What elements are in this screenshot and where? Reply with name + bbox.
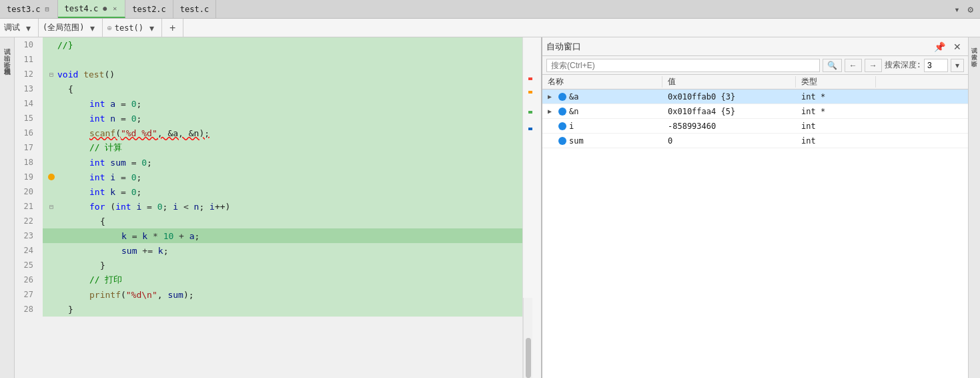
nav-forward-btn[interactable]: → [865, 59, 882, 72]
watch-row-amp-n[interactable]: ▶ &n 0x010ffaa4 {5} int * [542, 104, 968, 119]
depth-dropdown-btn[interactable]: ▾ [951, 59, 964, 72]
code-line-27[interactable]: printf("%d\n", sum); [43, 287, 522, 302]
sidebar-callstack-icon[interactable]: 调用堆栈 [1, 60, 13, 65]
search-depth-label: 搜索深度: [885, 59, 921, 71]
code-line-20[interactable]: int k = 0; [43, 184, 522, 199]
mm-warn [528, 91, 532, 93]
code-content[interactable]: //} ⊟ void test () { [43, 37, 522, 378]
code-line-26[interactable]: // 打印 [43, 272, 522, 287]
sidebar-diag-icon[interactable]: 诊断 [1, 53, 13, 59]
line-num-28: 28 [15, 302, 37, 317]
editor-toolbar: 调试 ▾ (全局范围) ▾ ⊕ test() ▾ + [0, 19, 980, 37]
editor-panel: 10 11 12 13 14 15 16 17 18 19 20 21 22 2… [15, 37, 541, 378]
code-line-17[interactable]: // 计算 [43, 140, 522, 155]
expand-arrow-amp-n[interactable]: ▶ [548, 108, 556, 115]
code-line-18[interactable]: int sum = 0; [43, 155, 522, 170]
watch-cell-amp-n-val: 0x010ffaa4 {5} [662, 107, 796, 116]
expand-arrow-amp-a[interactable]: ▶ [548, 93, 556, 100]
mm-cursor [528, 128, 532, 130]
code-line-21[interactable]: ⊟ for (int i = 0; i < n; i++) [43, 199, 522, 214]
watch-pin-btn[interactable]: 📌 [931, 41, 948, 53]
watch-cell-sum-type: int [796, 136, 876, 146]
nav-back-btn[interactable]: ← [845, 59, 862, 72]
watch-cell-sum-val: 0 [662, 136, 796, 146]
line-numbers: 10 11 12 13 14 15 16 17 18 19 20 21 22 2… [15, 37, 43, 378]
fold-icon-21[interactable]: ⊟ [49, 203, 53, 210]
right-edge-icon-3[interactable]: 诊断 [969, 53, 980, 59]
code-line-22[interactable]: { [43, 214, 522, 228]
watch-cell-i-type: int [796, 122, 876, 131]
tab-test2[interactable]: test2.c [125, 0, 173, 18]
mm-info [528, 111, 532, 114]
scope-label: (全局范围) [43, 22, 84, 33]
right-edge-icon-1[interactable]: 调试 [969, 40, 980, 45]
tab-test-label: test.c [180, 5, 209, 14]
right-edge-icon-2[interactable]: 搜索 [969, 47, 980, 52]
debug-dropdown[interactable]: ▾ [23, 21, 34, 35]
line-num-21: 21 [15, 199, 37, 214]
tab-test[interactable]: test.c [173, 0, 216, 18]
watch-cell-amp-n-name: ▶ &n [542, 107, 662, 116]
code-line-19[interactable]: int i = 0; [43, 170, 522, 184]
func-dropdown[interactable]: ▾ [146, 21, 157, 35]
scope-dropdown[interactable]: ▾ [87, 21, 98, 35]
tab-settings-icon[interactable]: ⚙ [965, 3, 976, 16]
code-line-25[interactable]: } [43, 258, 522, 272]
search-depth-input[interactable] [924, 59, 948, 72]
search-bar: 🔍 ← → 搜索深度: ▾ [542, 56, 968, 75]
tab-test2-label: test2.c [132, 5, 166, 14]
right-edge-toolbar: 调试 搜索 诊断 [968, 37, 980, 378]
add-btn[interactable]: + [166, 21, 179, 35]
code-line-13[interactable]: { [43, 81, 522, 96]
code-line-28[interactable]: } [43, 302, 522, 317]
line-num-26: 26 [15, 272, 37, 287]
line-num-11: 11 [15, 52, 37, 67]
watch-row-i[interactable]: ▶ i -858993460 int [542, 119, 968, 134]
line-num-10: 10 [15, 37, 37, 52]
code-line-10[interactable]: //} [43, 37, 522, 52]
code-line-24[interactable]: sum += k; [43, 243, 522, 258]
tab-dropdown-icon[interactable]: ▾ [951, 3, 962, 16]
line-num-22: 22 [15, 214, 37, 228]
code-line-15[interactable]: int n = 0; [43, 111, 522, 126]
watch-row-sum[interactable]: ▶ sum 0 int [542, 134, 968, 148]
sidebar-debug-icon[interactable]: 调试 [1, 40, 13, 45]
search-icon-btn[interactable]: 🔍 [823, 59, 842, 72]
tab-test3-close[interactable]: ⊟ [44, 5, 51, 13]
func-icon: ⊕ [107, 23, 111, 33]
code-line-23[interactable]: k = k * 10 + a; [43, 228, 522, 243]
search-input[interactable] [546, 59, 820, 72]
line-num-27: 27 [15, 287, 37, 302]
code-line-11[interactable] [43, 52, 522, 67]
main-area: 调试 输出 诊断 调用堆栈 10 11 12 13 14 15 16 17 18… [0, 37, 980, 378]
line-num-23: 23 [15, 228, 37, 243]
watch-row-amp-a[interactable]: ▶ &a 0x010ffab0 {3} int * [542, 89, 968, 104]
scroll-thumb[interactable] [526, 338, 531, 378]
line-num-24: 24 [15, 243, 37, 258]
code-line-12[interactable]: ⊟ void test () [43, 67, 522, 81]
tab-test4[interactable]: test4.c ● ✕ [58, 0, 126, 18]
scroll-track[interactable] [523, 298, 532, 378]
tab-test4-modified: ● [101, 4, 108, 13]
scrollbar-area [522, 37, 541, 378]
watch-title: 自动窗口 [546, 41, 929, 53]
bp-col-12: ⊟ [45, 71, 57, 78]
tab-test3[interactable]: test3.c ⊟ [0, 0, 58, 18]
tab-test3-label: test3.c [7, 5, 41, 14]
watch-panel: 自动窗口 📌 ✕ 🔍 ← → 搜索深度: ▾ 名称 值 类型 ▶ [541, 37, 968, 378]
watch-table-header: 名称 值 类型 [542, 75, 968, 89]
sidebar-output-icon[interactable]: 输出 [1, 47, 13, 52]
tab-test4-close[interactable]: ✕ [111, 4, 118, 13]
debug-section: 调试 ▾ [0, 19, 39, 37]
scope-section: (全局范围) ▾ [39, 19, 103, 37]
watch-close-btn[interactable]: ✕ [951, 41, 964, 53]
watch-table-body: ▶ &a 0x010ffab0 {3} int * ▶ &n 0x010ffaa… [542, 89, 968, 378]
line-num-18: 18 [15, 155, 37, 170]
code-line-16[interactable]: scanf("%d %d", &a, &n); [43, 126, 522, 140]
watch-cell-i-name: ▶ i [542, 122, 662, 131]
code-line-14[interactable]: int a = 0; [43, 96, 522, 111]
bp-col-21: ⊟ [45, 203, 57, 210]
line-num-17: 17 [15, 140, 37, 155]
fold-icon-12[interactable]: ⊟ [49, 71, 53, 78]
col-header-type: 类型 [796, 76, 876, 87]
